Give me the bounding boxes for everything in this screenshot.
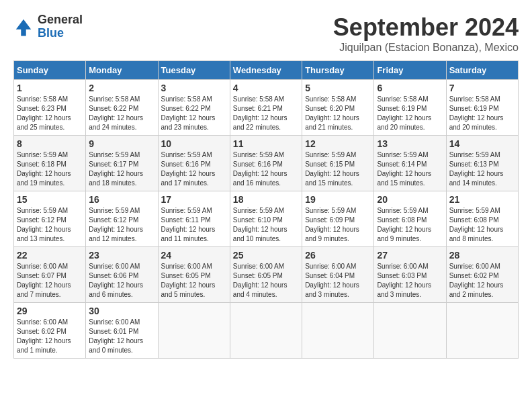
- day-info: Sunrise: 5:59 AM Sunset: 6:17 PM Dayligh…: [89, 150, 154, 188]
- daylight-label: Daylight: 12 hours and 0 minutes.: [89, 337, 143, 354]
- day-info: Sunrise: 5:58 AM Sunset: 6:19 PM Dayligh…: [377, 95, 443, 132]
- sunrise-label: Sunrise: 5:58 AM: [89, 95, 140, 103]
- sunset-label: Sunset: 6:12 PM: [89, 216, 138, 224]
- sunrise-label: Sunrise: 5:59 AM: [305, 207, 356, 214]
- day-number: 7: [449, 83, 515, 93]
- calendar-week-4: 22 Sunrise: 6:00 AM Sunset: 6:07 PM Dayl…: [14, 247, 519, 303]
- day-info: Sunrise: 5:58 AM Sunset: 6:19 PM Dayligh…: [449, 95, 515, 132]
- sunset-label: Sunset: 6:19 PM: [377, 105, 427, 112]
- daylight-label: Daylight: 12 hours and 6 minutes.: [89, 281, 143, 298]
- daylight-label: Daylight: 12 hours and 15 minutes.: [377, 170, 431, 187]
- day-number: 26: [305, 250, 371, 261]
- calendar-body: 1 Sunrise: 5:58 AM Sunset: 6:23 PM Dayli…: [14, 80, 519, 359]
- day-info: Sunrise: 6:00 AM Sunset: 6:02 PM Dayligh…: [17, 318, 83, 355]
- day-number: 22: [17, 250, 83, 261]
- day-number: 2: [89, 83, 154, 93]
- sunset-label: Sunset: 6:17 PM: [89, 161, 138, 168]
- sunrise-label: Sunrise: 5:59 AM: [305, 151, 356, 158]
- month-title: September 2024: [333, 13, 519, 42]
- header-friday: Friday: [374, 61, 446, 80]
- header-monday: Monday: [86, 61, 158, 80]
- calendar-cell: 28 Sunrise: 6:00 AM Sunset: 6:02 PM Dayl…: [446, 247, 518, 303]
- day-info: Sunrise: 6:00 AM Sunset: 6:06 PM Dayligh…: [89, 262, 154, 300]
- day-number: 19: [305, 194, 371, 205]
- sunrise-label: Sunrise: 5:58 AM: [233, 95, 284, 103]
- calendar-cell: [446, 303, 518, 359]
- daylight-label: Daylight: 12 hours and 17 minutes.: [161, 170, 216, 187]
- sunrise-label: Sunrise: 5:58 AM: [377, 95, 428, 103]
- daylight-label: Daylight: 12 hours and 14 minutes.: [449, 170, 504, 187]
- sunrise-label: Sunrise: 5:59 AM: [161, 207, 212, 214]
- calendar-cell: 16 Sunrise: 5:59 AM Sunset: 6:12 PM Dayl…: [86, 191, 158, 247]
- sunset-label: Sunset: 6:09 PM: [305, 216, 355, 224]
- daylight-label: Daylight: 12 hours and 3 minutes.: [305, 281, 359, 298]
- logo-general: General: [38, 13, 83, 27]
- calendar-cell: 11 Sunrise: 5:59 AM Sunset: 6:16 PM Dayl…: [230, 136, 302, 191]
- daylight-label: Daylight: 12 hours and 20 minutes.: [449, 114, 504, 131]
- sunset-label: Sunset: 6:14 PM: [377, 161, 427, 168]
- day-info: Sunrise: 5:59 AM Sunset: 6:16 PM Dayligh…: [161, 150, 227, 188]
- day-info: Sunrise: 5:59 AM Sunset: 6:18 PM Dayligh…: [17, 150, 83, 188]
- daylight-label: Daylight: 12 hours and 12 minutes.: [89, 226, 143, 242]
- calendar-cell: 14 Sunrise: 5:59 AM Sunset: 6:13 PM Dayl…: [446, 136, 518, 191]
- page-header: General Blue September 2024 Jiquilpan (E…: [13, 13, 519, 54]
- day-info: Sunrise: 6:00 AM Sunset: 6:05 PM Dayligh…: [233, 262, 299, 300]
- daylight-label: Daylight: 12 hours and 23 minutes.: [161, 114, 216, 131]
- daylight-label: Daylight: 12 hours and 25 minutes.: [17, 114, 71, 131]
- calendar-week-2: 8 Sunrise: 5:59 AM Sunset: 6:18 PM Dayli…: [14, 136, 519, 191]
- day-number: 3: [161, 83, 227, 93]
- sunrise-label: Sunrise: 5:58 AM: [305, 95, 356, 103]
- day-info: Sunrise: 6:00 AM Sunset: 6:07 PM Dayligh…: [17, 262, 83, 300]
- sunrise-label: Sunrise: 5:59 AM: [161, 151, 212, 158]
- sunset-label: Sunset: 6:01 PM: [89, 328, 138, 335]
- day-number: 9: [89, 138, 154, 149]
- logo: General Blue: [13, 13, 83, 40]
- calendar-cell: 3 Sunrise: 5:58 AM Sunset: 6:22 PM Dayli…: [158, 80, 230, 136]
- day-info: Sunrise: 5:59 AM Sunset: 6:15 PM Dayligh…: [305, 150, 371, 188]
- sunrise-label: Sunrise: 5:59 AM: [17, 207, 68, 214]
- calendar-week-3: 15 Sunrise: 5:59 AM Sunset: 6:12 PM Dayl…: [14, 191, 519, 247]
- calendar-cell: 20 Sunrise: 5:59 AM Sunset: 6:08 PM Dayl…: [374, 191, 446, 247]
- calendar-header-row: SundayMondayTuesdayWednesdayThursdayFrid…: [14, 61, 519, 80]
- sunset-label: Sunset: 6:06 PM: [89, 272, 138, 279]
- sunrise-label: Sunrise: 6:00 AM: [89, 318, 140, 326]
- calendar-week-1: 1 Sunrise: 5:58 AM Sunset: 6:23 PM Dayli…: [14, 80, 519, 136]
- sunset-label: Sunset: 6:20 PM: [305, 105, 355, 112]
- day-info: Sunrise: 6:00 AM Sunset: 6:04 PM Dayligh…: [305, 262, 371, 300]
- sunset-label: Sunset: 6:05 PM: [233, 272, 283, 279]
- daylight-label: Daylight: 12 hours and 7 minutes.: [17, 281, 71, 298]
- daylight-label: Daylight: 12 hours and 16 minutes.: [233, 170, 287, 187]
- day-info: Sunrise: 6:00 AM Sunset: 6:05 PM Dayligh…: [161, 262, 227, 300]
- day-info: Sunrise: 5:58 AM Sunset: 6:23 PM Dayligh…: [17, 95, 83, 132]
- calendar-cell: 19 Sunrise: 5:59 AM Sunset: 6:09 PM Dayl…: [302, 191, 374, 247]
- day-number: 28: [449, 250, 515, 261]
- svg-marker-0: [16, 19, 32, 36]
- sunset-label: Sunset: 6:16 PM: [161, 161, 211, 168]
- daylight-label: Daylight: 12 hours and 3 minutes.: [377, 281, 431, 298]
- sunrise-label: Sunrise: 6:00 AM: [17, 318, 68, 326]
- calendar-cell: 15 Sunrise: 5:59 AM Sunset: 6:12 PM Dayl…: [14, 191, 86, 247]
- day-info: Sunrise: 6:00 AM Sunset: 6:01 PM Dayligh…: [89, 318, 154, 355]
- daylight-label: Daylight: 12 hours and 13 minutes.: [17, 226, 71, 242]
- daylight-label: Daylight: 12 hours and 20 minutes.: [377, 114, 431, 131]
- day-number: 20: [377, 194, 443, 205]
- day-number: 12: [305, 138, 371, 149]
- day-number: 25: [233, 250, 299, 261]
- daylight-label: Daylight: 12 hours and 1 minute.: [17, 337, 71, 354]
- daylight-label: Daylight: 12 hours and 4 minutes.: [233, 281, 287, 298]
- calendar-cell: 1 Sunrise: 5:58 AM Sunset: 6:23 PM Dayli…: [14, 80, 86, 136]
- sunrise-label: Sunrise: 6:00 AM: [305, 263, 356, 270]
- daylight-label: Daylight: 12 hours and 10 minutes.: [233, 226, 287, 242]
- sunrise-label: Sunrise: 5:59 AM: [233, 207, 284, 214]
- sunset-label: Sunset: 6:04 PM: [305, 272, 355, 279]
- day-info: Sunrise: 5:59 AM Sunset: 6:11 PM Dayligh…: [161, 206, 227, 244]
- calendar-cell: 27 Sunrise: 6:00 AM Sunset: 6:03 PM Dayl…: [374, 247, 446, 303]
- sunset-label: Sunset: 6:22 PM: [89, 105, 138, 112]
- day-info: Sunrise: 6:00 AM Sunset: 6:03 PM Dayligh…: [377, 262, 443, 300]
- day-info: Sunrise: 5:58 AM Sunset: 6:21 PM Dayligh…: [233, 95, 299, 132]
- calendar-cell: 8 Sunrise: 5:59 AM Sunset: 6:18 PM Dayli…: [14, 136, 86, 191]
- day-number: 11: [233, 138, 299, 149]
- day-number: 29: [17, 306, 83, 316]
- day-number: 8: [17, 138, 83, 149]
- daylight-label: Daylight: 12 hours and 15 minutes.: [305, 170, 359, 187]
